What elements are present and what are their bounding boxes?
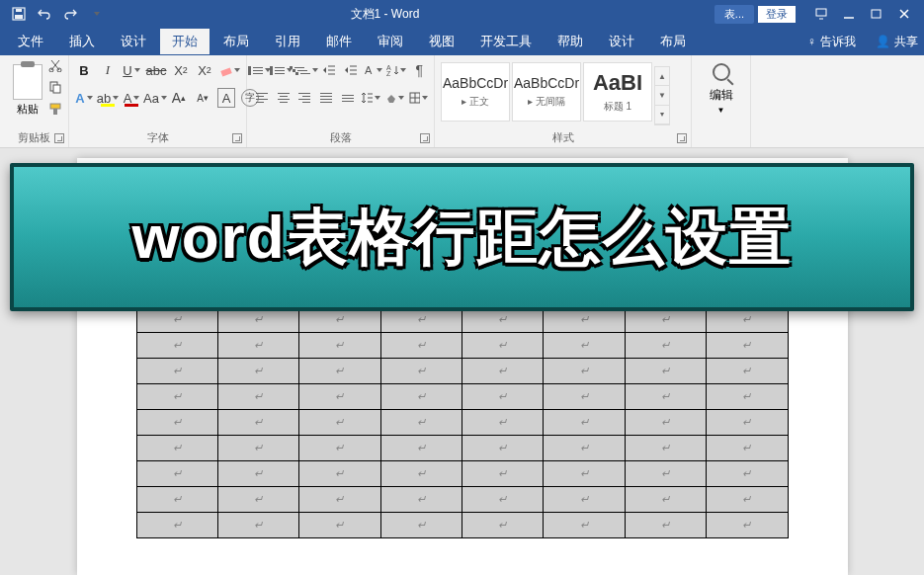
style-heading1[interactable]: AaBI 标题 1 <box>583 62 652 122</box>
distribute-button[interactable] <box>339 88 357 108</box>
subscript-button[interactable]: X2 <box>172 60 190 80</box>
table-cell[interactable]: ↵ <box>380 461 462 487</box>
table-cell[interactable]: ↵ <box>380 384 462 410</box>
change-case-button[interactable]: Aa <box>146 88 164 108</box>
tab-developer[interactable]: 开发工具 <box>468 29 544 54</box>
table-cell[interactable]: ↵ <box>707 487 788 513</box>
undo-icon[interactable] <box>36 5 53 23</box>
align-left-button[interactable] <box>253 88 271 108</box>
line-spacing-button[interactable] <box>361 88 380 108</box>
table-cell[interactable]: ↵ <box>136 410 217 436</box>
shading-button[interactable] <box>384 88 404 108</box>
style-no-spacing[interactable]: AaBbCcDr ▸ 无间隔 <box>512 62 581 122</box>
ribbon-options-icon[interactable] <box>813 6 829 22</box>
find-icon[interactable] <box>713 63 730 81</box>
table-cell[interactable]: ↵ <box>299 436 380 461</box>
table-cell[interactable]: ↵ <box>380 359 462 384</box>
tab-help[interactable]: 帮助 <box>546 29 595 54</box>
tab-table-design[interactable]: 设计 <box>597 29 646 54</box>
justify-button[interactable] <box>317 88 335 108</box>
copy-icon[interactable] <box>48 80 62 98</box>
table-cell[interactable]: ↵ <box>625 487 706 513</box>
qat-customize-icon[interactable] <box>87 5 105 23</box>
paste-button[interactable]: 粘贴 <box>17 102 39 117</box>
table-cell[interactable]: ↵ <box>544 436 625 461</box>
table-cell[interactable]: ↵ <box>136 487 217 513</box>
table-cell[interactable]: ↵ <box>217 436 298 461</box>
tab-mailings[interactable]: 邮件 <box>314 29 364 54</box>
table-cell[interactable]: ↵ <box>136 384 217 410</box>
decrease-indent-button[interactable] <box>320 60 338 80</box>
numbering-button[interactable] <box>275 60 293 80</box>
table-cell[interactable]: ↵ <box>299 410 380 436</box>
bullets-button[interactable] <box>253 60 271 80</box>
tab-layout[interactable]: 布局 <box>211 29 261 54</box>
dialog-launcher-icon[interactable] <box>677 133 687 143</box>
table-cell[interactable]: ↵ <box>380 487 462 513</box>
table-cell[interactable]: ↵ <box>380 410 462 436</box>
table-cell[interactable]: ↵ <box>217 384 298 410</box>
editing-label[interactable]: 编辑 <box>710 87 733 104</box>
table-cell[interactable]: ↵ <box>707 333 788 359</box>
table-cell[interactable]: ↵ <box>299 384 380 410</box>
format-painter-icon[interactable] <box>48 102 62 120</box>
table-cell[interactable]: ↵ <box>707 359 788 384</box>
table-cell[interactable]: ↵ <box>544 513 625 538</box>
maximize-icon[interactable] <box>869 6 884 22</box>
tab-design[interactable]: 设计 <box>109 29 158 54</box>
table-cell[interactable]: ↵ <box>625 436 706 461</box>
underline-button[interactable]: U <box>123 60 140 80</box>
table-cell[interactable]: ↵ <box>544 487 625 513</box>
cut-icon[interactable] <box>48 58 62 76</box>
paste-icon[interactable] <box>13 64 42 100</box>
table-cell[interactable]: ↵ <box>136 513 217 538</box>
table-cell[interactable]: ↵ <box>707 384 788 410</box>
table-cell[interactable]: ↵ <box>462 487 544 513</box>
table-cell[interactable]: ↵ <box>625 410 706 436</box>
table-cell[interactable]: ↵ <box>625 359 706 384</box>
grow-font-button[interactable]: A▴ <box>170 88 188 108</box>
table-cell[interactable]: ↵ <box>544 410 625 436</box>
dialog-launcher-icon[interactable] <box>232 133 242 143</box>
tab-file[interactable]: 文件 <box>6 29 55 54</box>
char-border-button[interactable]: A <box>217 88 235 108</box>
multilevel-button[interactable] <box>296 60 316 80</box>
font-color-button[interactable]: A <box>123 88 140 108</box>
table-cell[interactable]: ↵ <box>462 513 544 538</box>
table-cell[interactable]: ↵ <box>462 436 544 461</box>
table-cell[interactable]: ↵ <box>299 487 380 513</box>
highlight-button[interactable]: ab <box>99 88 117 108</box>
table-cell[interactable]: ↵ <box>544 333 625 359</box>
tab-table-layout[interactable]: 布局 <box>648 29 698 54</box>
table-cell[interactable]: ↵ <box>544 359 625 384</box>
dialog-launcher-icon[interactable] <box>54 133 64 143</box>
dialog-launcher-icon[interactable] <box>420 133 430 143</box>
bold-button[interactable]: B <box>75 60 93 80</box>
table-cell[interactable]: ↵ <box>462 333 544 359</box>
style-normal[interactable]: AaBbCcDr ▸ 正文 <box>441 62 510 122</box>
share-button[interactable]: 👤 共享 <box>876 34 918 50</box>
table-cell[interactable]: ↵ <box>299 513 380 538</box>
table-cell[interactable]: ↵ <box>707 461 788 487</box>
table-cell[interactable]: ↵ <box>217 487 298 513</box>
table-cell[interactable]: ↵ <box>217 359 298 384</box>
table-cell[interactable]: ↵ <box>462 410 544 436</box>
redo-icon[interactable] <box>61 5 79 23</box>
superscript-button[interactable]: X2 <box>196 60 213 80</box>
table-cell[interactable]: ↵ <box>217 461 298 487</box>
italic-button[interactable]: I <box>99 60 117 80</box>
table-cell[interactable]: ↵ <box>625 333 706 359</box>
table-cell[interactable]: ↵ <box>707 410 788 436</box>
increase-indent-button[interactable] <box>342 60 360 80</box>
tell-me-search[interactable]: ♀ 告诉我 <box>807 34 856 50</box>
table-cell[interactable]: ↵ <box>136 333 217 359</box>
table-cell[interactable]: ↵ <box>707 436 788 461</box>
table-cell[interactable]: ↵ <box>625 384 706 410</box>
clear-format-button[interactable] <box>219 60 240 80</box>
table-cell[interactable]: ↵ <box>136 461 217 487</box>
close-icon[interactable] <box>896 6 912 22</box>
table-cell[interactable]: ↵ <box>707 513 788 538</box>
tab-insert[interactable]: 插入 <box>57 29 107 54</box>
table-cell[interactable]: ↵ <box>544 461 625 487</box>
style-gallery-more[interactable]: ▲▼▾ <box>654 66 670 125</box>
